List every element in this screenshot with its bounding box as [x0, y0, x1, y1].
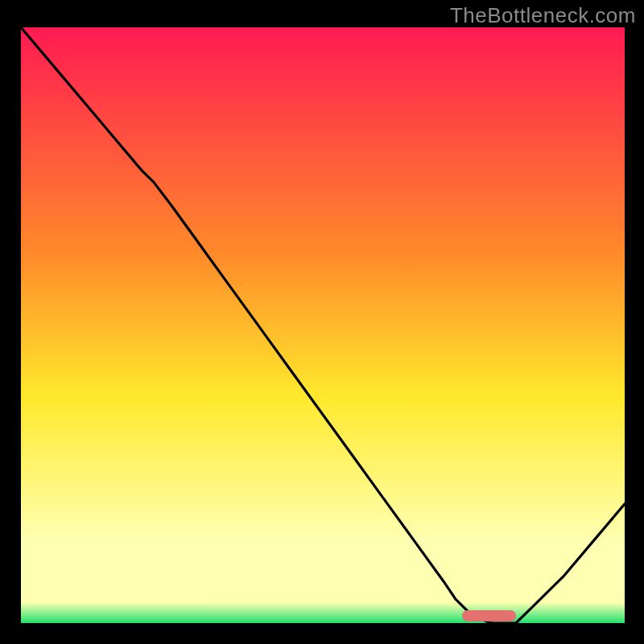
chart-canvas: TheBottleneck.com	[0, 0, 644, 644]
plot-svg	[21, 27, 625, 623]
plot-area	[21, 27, 625, 623]
watermark-text: TheBottleneck.com	[450, 3, 636, 28]
optimum-marker	[462, 610, 517, 621]
svg-rect-0	[21, 27, 625, 623]
